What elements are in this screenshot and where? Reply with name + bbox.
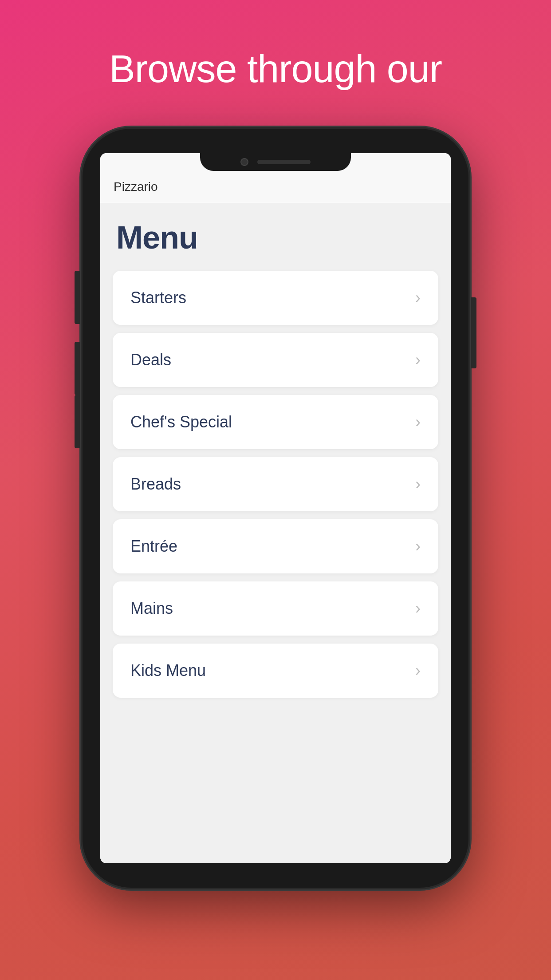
menu-item-breads[interactable]: Breads› <box>113 457 438 511</box>
menu-item-starters[interactable]: Starters› <box>113 271 438 325</box>
menu-item-entree[interactable]: Entrée› <box>113 519 438 573</box>
chevron-right-icon: › <box>415 288 421 307</box>
menu-list: Starters›Deals›Chef's Special›Breads›Ent… <box>100 266 451 702</box>
menu-item-deals[interactable]: Deals› <box>113 333 438 387</box>
menu-header: Menu <box>100 203 451 266</box>
phone-frame: Pizzario Menu Starters›Deals›Chef's Spec… <box>83 129 468 888</box>
camera-icon <box>240 158 248 166</box>
menu-item-label-mains: Mains <box>130 599 173 618</box>
menu-item-label-chefs-special: Chef's Special <box>130 413 232 431</box>
chevron-right-icon: › <box>415 413 421 431</box>
chevron-right-icon: › <box>415 351 421 369</box>
menu-item-label-breads: Breads <box>130 475 181 494</box>
menu-item-label-entree: Entrée <box>130 537 177 556</box>
menu-item-label-deals: Deals <box>130 351 171 369</box>
menu-item-label-starters: Starters <box>130 288 186 307</box>
content-area: Menu Starters›Deals›Chef's Special›Bread… <box>100 203 451 863</box>
phone-screen: Pizzario Menu Starters›Deals›Chef's Spec… <box>100 153 451 863</box>
speaker-icon <box>257 160 311 164</box>
menu-item-label-kids-menu: Kids Menu <box>130 661 206 680</box>
menu-title: Menu <box>116 219 435 256</box>
menu-item-mains[interactable]: Mains› <box>113 581 438 636</box>
app-title: Pizzario <box>114 180 158 194</box>
menu-item-kids-menu[interactable]: Kids Menu› <box>113 644 438 698</box>
menu-item-chefs-special[interactable]: Chef's Special› <box>113 395 438 449</box>
phone-notch <box>200 153 351 171</box>
app-screen: Pizzario Menu Starters›Deals›Chef's Spec… <box>100 153 451 863</box>
hero-headline: Browse through our <box>74 44 477 93</box>
chevron-right-icon: › <box>415 661 421 680</box>
chevron-right-icon: › <box>415 475 421 494</box>
chevron-right-icon: › <box>415 537 421 556</box>
chevron-right-icon: › <box>415 599 421 618</box>
